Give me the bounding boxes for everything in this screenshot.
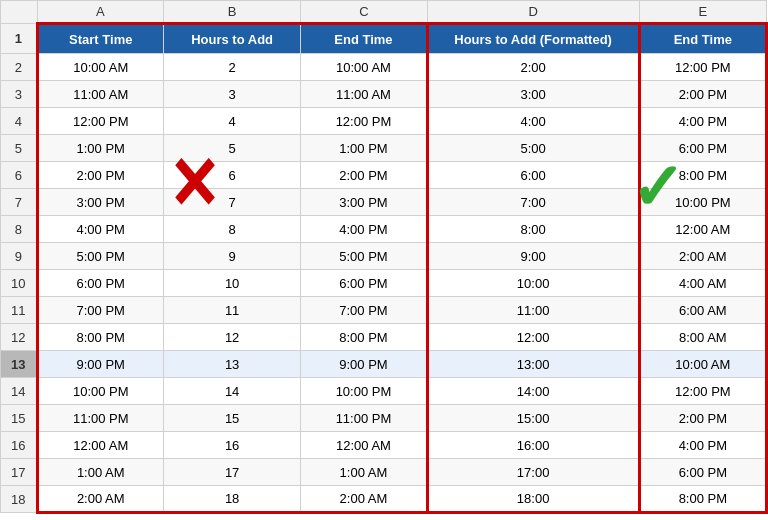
cell-end-time-formatted[interactable]: 6:00 PM [639, 135, 766, 162]
cell-hours-to-add[interactable]: 18 [163, 486, 301, 513]
cell-start-time[interactable]: 2:00 AM [37, 486, 163, 513]
cell-hours-to-add[interactable]: 10 [163, 270, 301, 297]
cell-hours-formatted[interactable]: 2:00 [427, 54, 639, 81]
cell-hours-formatted[interactable]: 13:00 [427, 351, 639, 378]
cell-hours-to-add[interactable]: 4 [163, 108, 301, 135]
cell-hours-formatted[interactable]: 15:00 [427, 405, 639, 432]
cell-end-time[interactable]: 8:00 PM [301, 324, 427, 351]
table-row[interactable]: 1612:00 AM1612:00 AM16:004:00 PM [1, 432, 767, 459]
table-row[interactable]: 62:00 PM62:00 PM6:008:00 PM [1, 162, 767, 189]
cell-end-time-formatted[interactable]: 2:00 PM [639, 405, 766, 432]
cell-end-time-formatted[interactable]: 4:00 AM [639, 270, 766, 297]
cell-end-time-formatted[interactable]: 10:00 PM [639, 189, 766, 216]
cell-hours-to-add[interactable]: 12 [163, 324, 301, 351]
col-letter-d[interactable]: D [427, 1, 639, 24]
cell-end-time[interactable]: 12:00 PM [301, 108, 427, 135]
col-letter-e[interactable]: E [639, 1, 766, 24]
cell-end-time[interactable]: 11:00 PM [301, 405, 427, 432]
cell-hours-to-add[interactable]: 6 [163, 162, 301, 189]
cell-hours-formatted[interactable]: 9:00 [427, 243, 639, 270]
cell-hours-to-add[interactable]: 5 [163, 135, 301, 162]
cell-start-time[interactable]: 12:00 AM [37, 432, 163, 459]
cell-hours-formatted[interactable]: 6:00 [427, 162, 639, 189]
cell-end-time[interactable]: 1:00 AM [301, 459, 427, 486]
cell-start-time[interactable]: 5:00 PM [37, 243, 163, 270]
cell-end-time[interactable]: 10:00 AM [301, 54, 427, 81]
cell-start-time[interactable]: 11:00 AM [37, 81, 163, 108]
cell-end-time-formatted[interactable]: 6:00 AM [639, 297, 766, 324]
cell-hours-formatted[interactable]: 3:00 [427, 81, 639, 108]
cell-hours-to-add[interactable]: 16 [163, 432, 301, 459]
cell-end-time[interactable]: 9:00 PM [301, 351, 427, 378]
cell-hours-formatted[interactable]: 12:00 [427, 324, 639, 351]
cell-hours-formatted[interactable]: 4:00 [427, 108, 639, 135]
table-row[interactable]: 210:00 AM210:00 AM2:0012:00 PM [1, 54, 767, 81]
cell-end-time[interactable]: 11:00 AM [301, 81, 427, 108]
cell-hours-formatted[interactable]: 18:00 [427, 486, 639, 513]
table-row[interactable]: 412:00 PM412:00 PM4:004:00 PM [1, 108, 767, 135]
cell-end-time[interactable]: 5:00 PM [301, 243, 427, 270]
cell-end-time-formatted[interactable]: 8:00 PM [639, 162, 766, 189]
cell-hours-formatted[interactable]: 11:00 [427, 297, 639, 324]
cell-end-time-formatted[interactable]: 12:00 PM [639, 378, 766, 405]
cell-start-time[interactable]: 6:00 PM [37, 270, 163, 297]
cell-start-time[interactable]: 1:00 AM [37, 459, 163, 486]
cell-hours-to-add[interactable]: 13 [163, 351, 301, 378]
cell-hours-formatted[interactable]: 17:00 [427, 459, 639, 486]
col-letter-a[interactable]: A [37, 1, 163, 24]
table-row[interactable]: 117:00 PM117:00 PM11:006:00 AM [1, 297, 767, 324]
cell-end-time-formatted[interactable]: 8:00 PM [639, 486, 766, 513]
cell-end-time-formatted[interactable]: 4:00 PM [639, 432, 766, 459]
cell-end-time[interactable]: 7:00 PM [301, 297, 427, 324]
table-row[interactable]: 311:00 AM311:00 AM3:002:00 PM [1, 81, 767, 108]
cell-start-time[interactable]: 10:00 AM [37, 54, 163, 81]
cell-end-time-formatted[interactable]: 4:00 PM [639, 108, 766, 135]
cell-start-time[interactable]: 3:00 PM [37, 189, 163, 216]
table-row[interactable]: 73:00 PM73:00 PM7:0010:00 PM [1, 189, 767, 216]
cell-end-time-formatted[interactable]: 8:00 AM [639, 324, 766, 351]
cell-start-time[interactable]: 8:00 PM [37, 324, 163, 351]
cell-start-time[interactable]: 1:00 PM [37, 135, 163, 162]
cell-hours-to-add[interactable]: 3 [163, 81, 301, 108]
cell-end-time[interactable]: 12:00 AM [301, 432, 427, 459]
table-row[interactable]: 84:00 PM84:00 PM8:0012:00 AM [1, 216, 767, 243]
cell-end-time-formatted[interactable]: 2:00 AM [639, 243, 766, 270]
col-letter-b[interactable]: B [163, 1, 301, 24]
cell-start-time[interactable]: 12:00 PM [37, 108, 163, 135]
cell-hours-to-add[interactable]: 14 [163, 378, 301, 405]
cell-hours-formatted[interactable]: 14:00 [427, 378, 639, 405]
table-row[interactable]: 1410:00 PM1410:00 PM14:0012:00 PM [1, 378, 767, 405]
cell-end-time[interactable]: 2:00 AM [301, 486, 427, 513]
cell-end-time-formatted[interactable]: 6:00 PM [639, 459, 766, 486]
cell-end-time-formatted[interactable]: 12:00 PM [639, 54, 766, 81]
table-row[interactable]: 95:00 PM95:00 PM9:002:00 AM [1, 243, 767, 270]
cell-end-time[interactable]: 6:00 PM [301, 270, 427, 297]
cell-end-time-formatted[interactable]: 10:00 AM [639, 351, 766, 378]
cell-start-time[interactable]: 2:00 PM [37, 162, 163, 189]
cell-hours-formatted[interactable]: 8:00 [427, 216, 639, 243]
cell-hours-formatted[interactable]: 5:00 [427, 135, 639, 162]
table-row[interactable]: 51:00 PM51:00 PM5:006:00 PM [1, 135, 767, 162]
table-row[interactable]: 1511:00 PM1511:00 PM15:002:00 PM [1, 405, 767, 432]
cell-hours-formatted[interactable]: 10:00 [427, 270, 639, 297]
cell-hours-to-add[interactable]: 17 [163, 459, 301, 486]
cell-hours-to-add[interactable]: 7 [163, 189, 301, 216]
cell-hours-to-add[interactable]: 2 [163, 54, 301, 81]
table-row[interactable]: 182:00 AM182:00 AM18:008:00 PM [1, 486, 767, 513]
table-row[interactable]: 128:00 PM128:00 PM12:008:00 AM [1, 324, 767, 351]
cell-end-time-formatted[interactable]: 12:00 AM [639, 216, 766, 243]
cell-end-time[interactable]: 1:00 PM [301, 135, 427, 162]
cell-hours-to-add[interactable]: 8 [163, 216, 301, 243]
table-row[interactable]: 171:00 AM171:00 AM17:006:00 PM [1, 459, 767, 486]
cell-hours-to-add[interactable]: 9 [163, 243, 301, 270]
cell-end-time[interactable]: 10:00 PM [301, 378, 427, 405]
cell-start-time[interactable]: 9:00 PM [37, 351, 163, 378]
cell-start-time[interactable]: 4:00 PM [37, 216, 163, 243]
cell-end-time[interactable]: 3:00 PM [301, 189, 427, 216]
cell-end-time[interactable]: 4:00 PM [301, 216, 427, 243]
table-row[interactable]: 139:00 PM139:00 PM13:0010:00 AM [1, 351, 767, 378]
cell-end-time[interactable]: 2:00 PM [301, 162, 427, 189]
cell-start-time[interactable]: 10:00 PM [37, 378, 163, 405]
cell-hours-to-add[interactable]: 15 [163, 405, 301, 432]
cell-hours-formatted[interactable]: 7:00 [427, 189, 639, 216]
